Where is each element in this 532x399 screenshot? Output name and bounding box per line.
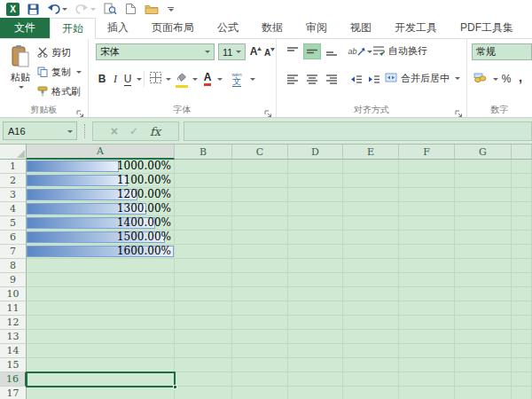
cell-D12[interactable] — [288, 316, 343, 330]
print-preview-icon[interactable] — [104, 3, 117, 15]
row-header-7[interactable]: 7 — [0, 245, 27, 259]
row-header-16[interactable]: 16 — [0, 372, 27, 387]
cell-D3[interactable] — [288, 188, 343, 202]
cell-G10[interactable] — [455, 287, 512, 301]
tab-data[interactable]: 数据 — [250, 18, 294, 38]
align-bottom-button[interactable] — [323, 43, 340, 59]
cell-partial-12[interactable] — [512, 316, 532, 330]
underline-caret-icon[interactable] — [137, 78, 142, 81]
cell-F1[interactable] — [399, 160, 455, 174]
wrap-text-button[interactable]: 自动换行 — [372, 44, 427, 58]
cell-F4[interactable] — [399, 202, 455, 216]
cell-E8[interactable] — [343, 259, 399, 273]
cell-partial-15[interactable] — [512, 358, 532, 372]
cell-G16[interactable] — [455, 372, 512, 387]
cell-E12[interactable] — [343, 316, 399, 330]
tab-view[interactable]: 视图 — [339, 18, 383, 38]
cell-F10[interactable] — [399, 287, 455, 301]
cell-E1[interactable] — [343, 160, 399, 174]
cell-partial-17[interactable] — [512, 387, 532, 399]
tab-pdf-tools[interactable]: PDF工具集 — [449, 18, 525, 38]
cell-D4[interactable] — [288, 202, 343, 216]
cell-F13[interactable] — [399, 330, 455, 344]
cell-G15[interactable] — [455, 358, 512, 372]
formula-input[interactable] — [184, 121, 532, 141]
cell-F15[interactable] — [399, 358, 455, 372]
cell-A8[interactable] — [27, 259, 175, 273]
cell-E9[interactable] — [343, 273, 399, 287]
align-center-button[interactable] — [303, 71, 321, 87]
fill-color-button[interactable] — [174, 71, 190, 87]
tab-file[interactable]: 文件 — [0, 18, 50, 38]
save-icon[interactable] — [27, 4, 39, 15]
tab-review[interactable]: 审阅 — [294, 18, 339, 38]
comma-style-button[interactable]: , — [515, 69, 526, 85]
cell-E10[interactable] — [343, 287, 399, 301]
cell-B10[interactable] — [175, 287, 232, 301]
cell-D13[interactable] — [288, 330, 343, 344]
row-header-3[interactable]: 3 — [0, 188, 27, 202]
cell-G6[interactable] — [455, 231, 512, 245]
cell-B15[interactable] — [175, 358, 232, 372]
cell-C17[interactable] — [232, 387, 288, 399]
cell-partial-16[interactable] — [512, 372, 532, 387]
cell-C3[interactable] — [232, 188, 288, 202]
cell-B17[interactable] — [175, 387, 232, 399]
cell-G4[interactable] — [455, 202, 512, 216]
cell-G11[interactable] — [455, 301, 512, 316]
cell-A1[interactable]: 1000.00% — [27, 160, 175, 174]
cell-partial-3[interactable] — [512, 188, 532, 202]
font-size-combo[interactable]: 11 — [218, 43, 246, 60]
cell-D10[interactable] — [288, 287, 343, 301]
cell-B12[interactable] — [175, 316, 232, 330]
bold-button[interactable]: B — [96, 71, 108, 87]
cell-F11[interactable] — [399, 301, 455, 316]
column-header-C[interactable]: C — [232, 145, 288, 160]
row-header-8[interactable]: 8 — [0, 259, 27, 273]
cell-G7[interactable] — [455, 245, 512, 259]
cell-C11[interactable] — [232, 301, 288, 316]
cell-A14[interactable] — [27, 344, 175, 358]
align-top-button[interactable] — [284, 43, 301, 59]
cell-F6[interactable] — [399, 231, 455, 245]
cell-A6[interactable]: 1500.00% — [27, 231, 175, 245]
cell-G9[interactable] — [455, 273, 512, 287]
cell-partial-6[interactable] — [512, 231, 532, 245]
formula-bar-divider[interactable] — [84, 124, 85, 138]
cell-A7[interactable]: 1600.00% — [27, 245, 175, 259]
phonetic-caret-icon[interactable] — [250, 78, 255, 81]
row-header-11[interactable]: 11 — [0, 301, 27, 316]
cell-C12[interactable] — [232, 316, 288, 330]
cell-A12[interactable] — [27, 316, 175, 330]
orientation-caret-icon[interactable] — [367, 51, 372, 53]
cell-partial-7[interactable] — [512, 245, 532, 259]
copy-button[interactable]: 复制 — [37, 66, 82, 79]
cell-C6[interactable] — [232, 231, 288, 245]
cell-A9[interactable] — [27, 273, 175, 287]
cell-D15[interactable] — [288, 358, 343, 372]
cell-B4[interactable] — [175, 202, 232, 216]
increase-font-size-button[interactable]: A — [249, 43, 262, 59]
cell-B5[interactable] — [175, 216, 232, 231]
cell-G8[interactable] — [455, 259, 512, 273]
row-header-10[interactable]: 10 — [0, 287, 27, 301]
row-header-4[interactable]: 4 — [0, 202, 27, 216]
cell-A4[interactable]: 1300.00% — [27, 202, 175, 216]
cell-B11[interactable] — [175, 301, 232, 316]
row-header-9[interactable]: 9 — [0, 273, 27, 287]
cell-C15[interactable] — [232, 358, 288, 372]
cell-D2[interactable] — [288, 174, 343, 188]
row-header-1[interactable]: 1 — [0, 160, 27, 174]
fill-handle[interactable] — [173, 385, 177, 389]
cell-E16[interactable] — [343, 372, 399, 387]
cell-D6[interactable] — [288, 231, 343, 245]
cell-F3[interactable] — [399, 188, 455, 202]
paste-caret-icon[interactable] — [19, 86, 24, 89]
cell-G5[interactable] — [455, 216, 512, 231]
tab-page-layout[interactable]: 页面布局 — [140, 18, 206, 38]
column-header-B[interactable]: B — [175, 145, 232, 160]
increase-indent-button[interactable] — [365, 71, 382, 87]
cell-E14[interactable] — [343, 344, 399, 358]
cell-G12[interactable] — [455, 316, 512, 330]
cell-F2[interactable] — [399, 174, 455, 188]
